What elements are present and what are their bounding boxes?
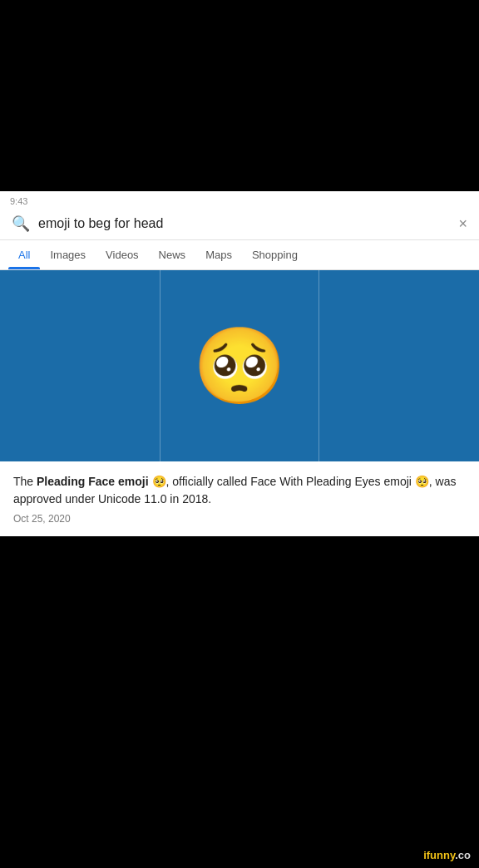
- tab-maps[interactable]: Maps: [195, 240, 242, 269]
- bottom-black-area: [0, 536, 479, 714]
- search-card: 9:43 🔍 emoji to beg for head × All Image…: [0, 191, 479, 536]
- tab-news[interactable]: News: [149, 240, 196, 269]
- result-text-block: The Pleading Face emoji 🥺, officially ca…: [0, 461, 479, 536]
- tab-all[interactable]: All: [8, 240, 40, 269]
- image-results-area: 🥺: [0, 270, 479, 461]
- search-bar[interactable]: 🔍 emoji to beg for head ×: [0, 208, 479, 240]
- search-input[interactable]: emoji to beg for head: [38, 216, 450, 231]
- result-paragraph: The Pleading Face emoji 🥺, officially ca…: [13, 473, 466, 508]
- bold-pleading: Pleading Face emoji: [37, 475, 149, 488]
- search-icon: 🔍: [12, 215, 30, 233]
- pleading-emoji-large: 🥺: [193, 328, 286, 403]
- ifunny-watermark: ifunny.co: [423, 849, 471, 861]
- tab-shopping[interactable]: Shopping: [242, 240, 308, 269]
- ifunny-brand-rest: funny: [427, 849, 455, 861]
- screen-container: 9:43 🔍 emoji to beg for head × All Image…: [0, 0, 479, 868]
- tab-videos[interactable]: Videos: [96, 240, 149, 269]
- tabs-bar: All Images Videos News Maps Shopping: [0, 240, 479, 270]
- clear-icon[interactable]: ×: [458, 215, 467, 233]
- result-date: Oct 25, 2020: [13, 513, 466, 525]
- status-bar: 9:43: [0, 191, 479, 208]
- top-black-area: [0, 0, 479, 191]
- ifunny-tld: .co: [455, 849, 471, 861]
- status-text: 9:43: [10, 196, 27, 206]
- tab-images[interactable]: Images: [40, 240, 96, 269]
